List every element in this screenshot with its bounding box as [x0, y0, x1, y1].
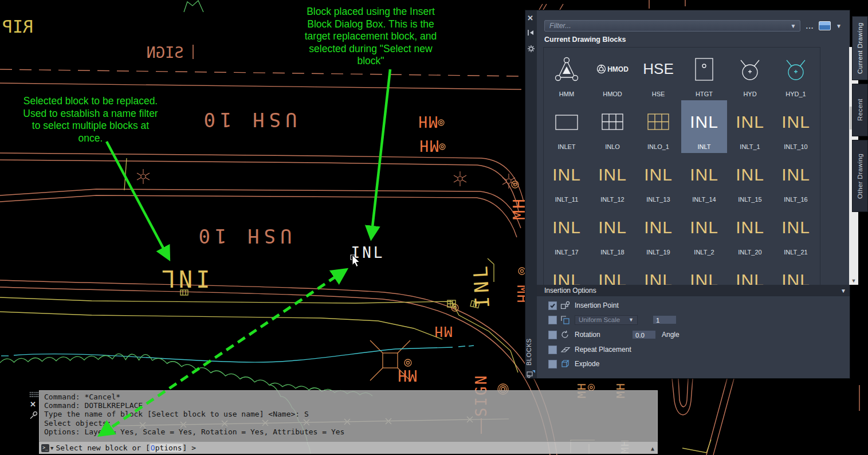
block-tile-INLO_1[interactable]: INLO_1 — [635, 100, 681, 153]
palette-title-bar[interactable]: ✕ BLOCKS — [525, 10, 537, 378]
block-tile-INLT_19[interactable]: INLINLT_19 — [635, 206, 681, 258]
block-tile-row5-29[interactable]: INL — [773, 258, 819, 286]
block-tile-HTGT[interactable]: HTGT — [681, 48, 727, 100]
repeat-placement-icon — [560, 345, 571, 354]
mouse-cursor — [352, 254, 364, 269]
block-tile-INLT_17[interactable]: INLINLT_17 — [544, 206, 590, 258]
scale-checkbox[interactable] — [548, 316, 557, 324]
block-tile-HMOD[interactable]: HMODHMOD — [590, 48, 635, 100]
repeat-placement-row: Repeat Placement — [548, 344, 631, 355]
tab-other-drawing[interactable]: Other Drawing — [852, 140, 868, 212]
more-options-button[interactable]: ... — [806, 22, 814, 30]
blocks-grid: HMMHMODHMODHSEHSEHTGTHYDHYD_1INLETINLOIN… — [543, 47, 820, 286]
command-window-grip-bar[interactable]: ✕ — [29, 390, 39, 454]
block-tile-row5-26[interactable]: INL — [635, 258, 681, 286]
inl-block-icon: INL — [590, 258, 635, 286]
block-label: INLT_12 — [600, 196, 624, 206]
INLT_21-block-icon: INL — [773, 206, 819, 249]
block-tile-row5-25[interactable]: INL — [590, 258, 635, 286]
block-label: INLT_20 — [738, 249, 761, 258]
INLO-block-icon — [590, 100, 635, 143]
angle-value-input[interactable]: 0.0 — [632, 330, 656, 339]
repeat-placement-checkbox[interactable] — [548, 346, 557, 354]
mh-label: MH — [396, 367, 417, 384]
HTGT-block-icon — [681, 48, 727, 91]
rotation-icon — [560, 330, 571, 339]
INLT_19-block-icon: INL — [635, 206, 681, 249]
block-tile-INLT_10[interactable]: INLINLT_10 — [773, 100, 819, 153]
ush10-label-lower: USH 10 — [194, 225, 292, 248]
explode-checkbox[interactable] — [548, 360, 557, 368]
block-tile-INLT_16[interactable]: INLINLT_16 — [773, 153, 819, 206]
block-tile-HSE[interactable]: HSEHSE — [635, 48, 681, 100]
block-tile-HYD[interactable]: HYD — [727, 48, 773, 100]
drag-grip-icon[interactable] — [29, 391, 38, 398]
recent-commands-caret-icon[interactable]: ▼ — [50, 445, 53, 451]
collapse-caret-icon[interactable]: ▼ — [837, 288, 850, 294]
HMOD-block-icon: HMOD — [590, 48, 635, 91]
view-options-caret-icon[interactable]: ▼ — [832, 23, 845, 29]
block-tile-row5-27[interactable]: INL — [681, 258, 727, 286]
block-tile-INLT_18[interactable]: INLINLT_18 — [590, 206, 635, 258]
inl-block-to-replace[interactable]: INL — [158, 265, 210, 292]
scale-mode-dropdown[interactable]: Uniform Scale ▼ — [575, 315, 638, 325]
mh-label: MH — [418, 137, 438, 154]
filter-input[interactable]: Filter... ▼ — [544, 20, 800, 32]
block-label: INLT_11 — [555, 196, 579, 206]
close-icon[interactable]: ✕ — [30, 400, 36, 409]
scale-value-input[interactable]: 1 — [653, 315, 677, 324]
INLT_13-block-icon: INL — [635, 153, 681, 196]
block-tile-INLT_2[interactable]: INLINLT_2 — [681, 206, 727, 258]
INLET-block-icon — [544, 100, 590, 143]
block-label: INLT_15 — [738, 196, 761, 206]
block-tile-INLT_20[interactable]: INLINLT_20 — [727, 206, 773, 258]
command-history-line: Select objects: — [44, 419, 657, 427]
block-tile-INLET[interactable]: INLET — [544, 100, 590, 153]
repeat-placement-label: Repeat Placement — [575, 346, 631, 354]
block-tile-INLT_13[interactable]: INLINLT_13 — [635, 153, 681, 206]
block-label: INLT_13 — [646, 196, 670, 206]
block-tile-row5-28[interactable]: INL — [727, 258, 773, 286]
scroll-up-icon[interactable]: ▲ — [651, 445, 654, 452]
close-icon[interactable]: ✕ — [527, 14, 533, 22]
block-tile-HMM[interactable]: HMM — [544, 48, 590, 100]
filter-placeholder: Filter... — [545, 22, 787, 30]
wrench-icon[interactable] — [29, 411, 37, 422]
block-tile-INLT_1[interactable]: INLINLT_1 — [727, 100, 773, 153]
auto-hide-icon[interactable] — [527, 29, 535, 39]
block-tile-INLO[interactable]: INLO — [590, 100, 635, 153]
rip-label: RIP — [2, 17, 33, 37]
block-label: INLT_14 — [692, 196, 716, 206]
block-tile-INLT_12[interactable]: INLINLT_12 — [590, 153, 635, 206]
command-history: Command: *Cancel* Command: DOTBLKREPLACE… — [39, 390, 658, 442]
block-tile-INLT_15[interactable]: INLINLT_15 — [727, 153, 773, 206]
command-history-line: Command: *Cancel* — [44, 393, 657, 401]
insertion-options-header[interactable]: Insertion Options ▼ — [537, 285, 850, 296]
command-input-row[interactable]: >_ ▼ Select new block or [Options] > ▲ — [39, 441, 658, 454]
sign-label-top: SIGN — [146, 44, 183, 61]
block-tile-row5-24[interactable]: INL — [544, 258, 590, 286]
block-tile-INLT[interactable]: INLINLT — [681, 100, 727, 153]
insertion-point-checkbox[interactable] — [548, 301, 557, 310]
properties-gear-icon[interactable] — [527, 45, 535, 55]
annotation-new-block-note: Block placed using the Insert Block Dial… — [286, 6, 455, 68]
block-label: INLO — [605, 143, 620, 153]
block-tile-HYD_1[interactable]: HYD_1 — [773, 48, 819, 100]
block-tile-INLT_14[interactable]: INLINLT_14 — [681, 153, 727, 206]
INLT_14-block-icon: INL — [681, 153, 727, 196]
block-tile-INLT_21[interactable]: INLINLT_21 — [773, 206, 819, 258]
rotation-checkbox[interactable] — [548, 331, 557, 339]
mh-label: MH — [417, 113, 437, 130]
annotation-replaced-block-note: Selected block to be replaced. Used to e… — [11, 95, 170, 144]
INLT_18-block-icon: INL — [590, 206, 635, 249]
options-keyword[interactable]: Options — [150, 444, 183, 452]
thumbnail-view-button[interactable] — [819, 21, 831, 30]
block-label: INLT_1 — [740, 143, 760, 153]
block-tile-INLT_11[interactable]: INLINLT_11 — [544, 153, 590, 206]
tab-recent[interactable]: Recent — [852, 84, 868, 136]
tab-current-drawing[interactable]: Current Drawing — [852, 16, 868, 80]
palette-corner-icon[interactable] — [527, 370, 536, 381]
scroll-down-icon[interactable]: ▼ — [849, 277, 858, 285]
dropdown-caret-icon[interactable]: ▼ — [625, 317, 637, 323]
filter-dropdown-caret-icon[interactable]: ▼ — [787, 23, 800, 29]
